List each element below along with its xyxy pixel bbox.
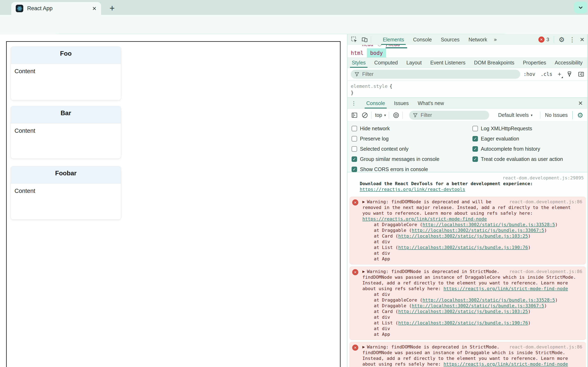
console-link[interactable]: https://reactjs.org/link/strict-mode-fin… [443, 361, 568, 367]
message-text: at Card ( [374, 233, 398, 239]
dom-fragment: /head [386, 45, 400, 47]
styles-filter-row: Filter :hov .cls + [347, 68, 587, 81]
console-setting[interactable]: ✓Treat code evaluation as user action [472, 154, 563, 164]
checkbox-checked[interactable]: ✓ [352, 156, 357, 162]
toggle-sidebar-icon[interactable] [578, 71, 584, 77]
disclosure-triangle-icon[interactable]: ▶ [362, 344, 365, 350]
console-log-message: react-dom.development.js:29895Download t… [347, 172, 587, 195]
message-line: about using refs safely here: https://re… [362, 361, 582, 367]
live-expression-eye-icon[interactable] [393, 112, 399, 119]
source-location-link[interactable]: react-dom.development.js:86 [504, 269, 582, 275]
console-link[interactable]: http://localhost:3002/static/js/bundle.j… [412, 303, 544, 309]
more-tabs-icon[interactable]: » [492, 36, 499, 43]
error-count-badge[interactable]: ✕ 3 [538, 36, 549, 43]
tab-network[interactable]: Network [464, 34, 492, 45]
tab-styles[interactable]: Styles [347, 58, 370, 68]
checkbox-unchecked[interactable] [352, 126, 357, 131]
brush-icon[interactable] [567, 71, 573, 77]
source-location-link[interactable]: react-dom.development.js:29895 [498, 175, 584, 181]
device-toolbar-icon[interactable] [361, 36, 368, 43]
drawer-tab-issues[interactable]: Issues [389, 98, 413, 108]
context-selector[interactable]: top ▾ [375, 112, 386, 118]
card-bar-header[interactable]: Bar [11, 106, 121, 123]
console-settings-icon-active[interactable]: ⚙ [577, 112, 583, 119]
clear-console-icon[interactable] [361, 112, 368, 119]
browser-tab[interactable]: React App ✕ [11, 2, 101, 15]
drawer-tab-console[interactable]: Console [362, 98, 389, 108]
tab-layout[interactable]: Layout [402, 58, 426, 68]
card-foobar[interactable]: Foobar Content [11, 166, 121, 220]
checkbox-checked[interactable]: ✓ [352, 167, 357, 172]
tab-sources[interactable]: Sources [436, 34, 464, 45]
card-foo-header[interactable]: Foo [11, 47, 121, 64]
style-selector[interactable]: element.style [351, 83, 388, 89]
tab-elements[interactable]: Elements [378, 34, 408, 45]
checkbox-label: Preserve log [360, 136, 389, 142]
source-location-link[interactable]: react-dom.development.js:86 [504, 199, 582, 205]
drawer-menu-icon[interactable]: ⋮ [351, 100, 356, 106]
new-style-rule-button[interactable]: + [558, 71, 561, 78]
message-text: at div [374, 239, 390, 245]
card-foobar-header[interactable]: Foobar [11, 166, 121, 184]
new-tab-button[interactable]: + [108, 4, 117, 13]
tab-close-icon[interactable]: ✕ [92, 6, 96, 12]
console-messages: react-dom.development.js:29895Download t… [347, 172, 587, 367]
console-setting[interactable]: Hide network [352, 123, 439, 133]
tab-properties[interactable]: Properties [519, 58, 550, 68]
console-setting[interactable]: Log XMLHttpRequests [472, 123, 563, 133]
console-filter-input[interactable]: Filter [409, 111, 489, 120]
inspect-element-icon[interactable] [351, 36, 358, 43]
cls-toggle[interactable]: .cls [541, 71, 553, 77]
console-setting[interactable]: ✓Group similar messages in console [352, 154, 439, 164]
console-setting[interactable]: Selected context only [352, 144, 439, 154]
tab-dom-breakpoints[interactable]: DOM Breakpoints [470, 58, 519, 68]
tab-event-listeners[interactable]: Event Listeners [426, 58, 470, 68]
console-link[interactable]: http://localhost:3002/static/js/bundle.j… [423, 297, 555, 303]
drawer-close-icon[interactable]: ✕ [578, 100, 583, 107]
dom-tree-clipped-row[interactable]: head /head [347, 45, 587, 48]
log-levels-dropdown[interactable]: Default levels ▾ [498, 112, 533, 118]
source-location-link[interactable]: react-dom.development.js:86 [504, 344, 582, 350]
devtools-settings-icon[interactable]: ⚙ [559, 36, 565, 43]
devtools-close-icon[interactable]: ✕ [580, 36, 585, 43]
element-style-block[interactable]: element.style{ } [347, 81, 587, 98]
tab-computed[interactable]: Computed [370, 58, 402, 68]
no-issues-counter[interactable]: No Issues [545, 112, 568, 118]
console-link[interactable]: http://localhost:3002/static/js/bundle.j… [412, 227, 544, 233]
console-setting[interactable]: ✓Autocomplete from history [472, 144, 563, 154]
checkbox-checked[interactable]: ✓ [472, 146, 478, 152]
checkbox-unchecked[interactable] [352, 146, 357, 152]
checkbox-label: Treat code evaluation as user action [481, 156, 563, 162]
checkbox-checked[interactable]: ✓ [472, 156, 478, 162]
tab-accessibility[interactable]: Accessibility [550, 58, 587, 68]
card-foo[interactable]: Foo Content [11, 47, 121, 100]
checkbox-checked[interactable]: ✓ [472, 136, 478, 142]
hov-toggle[interactable]: :hov [523, 71, 535, 77]
console-link[interactable]: http://localhost:3002/static/js/bundle.j… [398, 233, 528, 239]
message-text: Warning: findDOMNode is deprecated in St… [367, 344, 499, 350]
console-link[interactable]: http://localhost:3002/static/js/bundle.j… [398, 309, 528, 314]
breadcrumb-body[interactable]: body [367, 48, 386, 58]
console-drawer-header: ⋮ Console Issues What's new ✕ [347, 98, 587, 109]
breadcrumb-html[interactable]: html [347, 48, 367, 58]
console-link[interactable]: http://localhost:3002/static/js/bundle.j… [423, 222, 555, 227]
console-link[interactable]: https://reactjs.org/link/strict-mode-fin… [362, 216, 487, 222]
console-link[interactable]: http://localhost:3002/static/js/bundle.j… [398, 320, 528, 326]
card-bar[interactable]: Bar Content [11, 106, 121, 159]
console-link[interactable]: http://localhost:3002/static/js/bundle.j… [398, 245, 528, 250]
devtools-menu-icon[interactable]: ⋮ [569, 36, 575, 43]
drawer-tab-whats-new[interactable]: What's new [413, 98, 448, 108]
console-setting[interactable]: Preserve log [352, 133, 439, 144]
checkbox-unchecked[interactable] [352, 136, 357, 142]
styles-filter-input[interactable]: Filter [351, 70, 520, 79]
disclosure-triangle-icon[interactable]: ▶ [362, 269, 365, 275]
console-link[interactable]: https://reactjs.org/link/react-devtools [360, 187, 465, 192]
divider [540, 112, 540, 119]
checkbox-unchecked[interactable] [472, 126, 478, 131]
tab-console[interactable]: Console [408, 34, 436, 45]
console-sidebar-icon[interactable] [351, 112, 358, 118]
disclosure-triangle-icon[interactable]: ▶ [362, 199, 365, 205]
console-link[interactable]: https://reactjs.org/link/strict-mode-fin… [443, 286, 568, 292]
console-setting[interactable]: ✓Eager evaluation [472, 133, 563, 144]
tab-search-chevron-button[interactable] [574, 2, 587, 13]
